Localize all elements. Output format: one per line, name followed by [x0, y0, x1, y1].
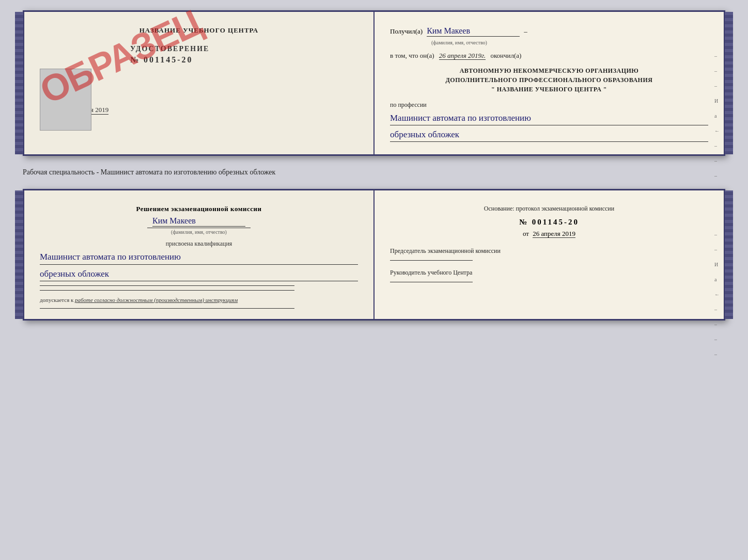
- top-document: НАЗВАНИЕ УЧЕБНОГО ЦЕНТРА ОБРАЗЕЦ УДОСТОВ…: [23, 10, 725, 156]
- qual-line1: Машинист автомата по изготовлению: [40, 250, 358, 264]
- received-line: Получил(а) Ким Макеев –: [390, 26, 708, 37]
- school-name-top: НАЗВАНИЕ УЧЕБНОГО ЦЕНТРА: [40, 26, 358, 35]
- basis-label: Основание: протокол экзаменационной коми…: [390, 205, 708, 213]
- director-block: Руководитель учебного Центра: [390, 269, 708, 282]
- date-prefix: от: [523, 230, 529, 237]
- allowed-block: допускается к работе согласно должностны…: [40, 297, 358, 303]
- org-quote-close: ": [603, 86, 607, 93]
- bottom-fio-label: (фамилия, имя, отчество): [147, 228, 251, 235]
- protocol-date-value: 26 апреля 2019: [533, 230, 575, 238]
- bottom-person-name-wrapper: Ким Макеев: [40, 216, 358, 227]
- in-that-prefix: в том, что он(а): [390, 52, 434, 59]
- org-name: НАЗВАНИЕ УЧЕБНОГО ЦЕНТРА: [497, 86, 602, 93]
- qual-line2: обрезных обложек: [40, 267, 358, 281]
- dash1: –: [524, 27, 527, 36]
- received-prefix: Получил(а): [390, 27, 423, 36]
- bottom-doc-right: Основание: протокол экзаменационной коми…: [375, 190, 724, 318]
- org-line2: ДОПОЛНИТЕЛЬНОГО ПРОФЕССИОНАЛЬНОГО ОБРАЗО…: [390, 75, 708, 85]
- org-name-line: " НАЗВАНИЕ УЧЕБНОГО ЦЕНТРА ": [390, 85, 708, 94]
- bottom-person-name: Ким Макеев: [152, 216, 245, 227]
- photo-area: [40, 69, 91, 131]
- chairman-block: Председатель экзаменационной комиссии: [390, 247, 708, 261]
- chairman-label: Председатель экзаменационной комиссии: [390, 247, 708, 255]
- bottom-margin-indicators: – – И а ← – – – –: [714, 232, 720, 357]
- separator-label: Рабочая специальность - Машинист автомат…: [23, 165, 725, 180]
- top-doc-right: Получил(а) Ким Макеев – (фамилия, имя, о…: [375, 12, 724, 154]
- profession-line2: обрезных обложек: [390, 127, 708, 142]
- director-label: Руководитель учебного Центра: [390, 269, 708, 277]
- org-quote-open: ": [491, 86, 495, 93]
- in-that-line: в том, что он(а) 26 апреля 2019г. окончи…: [390, 52, 708, 60]
- profession-label: по профессии: [390, 101, 708, 109]
- allowed-text: работе согласно должностным (производств…: [75, 297, 238, 303]
- decision-text: Решением экзаменационной комиссии: [40, 205, 358, 213]
- top-doc-left: НАЗВАНИЕ УЧЕБНОГО ЦЕНТРА ОБРАЗЕЦ УДОСТОВ…: [24, 12, 375, 154]
- org-block: АВТОНОМНУЮ НЕКОММЕРЧЕСКУЮ ОРГАНИЗАЦИЮ ДО…: [390, 66, 708, 94]
- recipient-name: Ким Макеев: [427, 26, 520, 37]
- bottom-doc-left: Решением экзаменационной комиссии Ким Ма…: [24, 190, 375, 318]
- org-line1: АВТОНОМНУЮ НЕКОММЕРЧЕСКУЮ ОРГАНИЗАЦИЮ: [390, 66, 708, 75]
- protocol-number: № 001145-20: [390, 218, 708, 227]
- finished-suffix: окончил(а): [490, 52, 521, 59]
- cert-label: УДОСТОВЕРЕНИЕ: [130, 45, 358, 53]
- protocol-date-line: от 26 апреля 2019: [390, 230, 708, 238]
- margin-indicators: – – – И а ← – – – –: [714, 53, 720, 194]
- allowed-prefix: допускается к: [40, 297, 73, 303]
- fio-label-top: (фамилия, имя, отчество): [431, 40, 708, 45]
- assigned-label: присвоена квалификация: [40, 240, 358, 248]
- date-value-top: 26 апреля 2019г.: [439, 52, 486, 60]
- cert-number: № 001145-20: [130, 55, 358, 65]
- bottom-document: Решением экзаменационной комиссии Ким Ма…: [23, 189, 725, 320]
- profession-line1: Машинист автомата по изготовлению: [390, 111, 708, 125]
